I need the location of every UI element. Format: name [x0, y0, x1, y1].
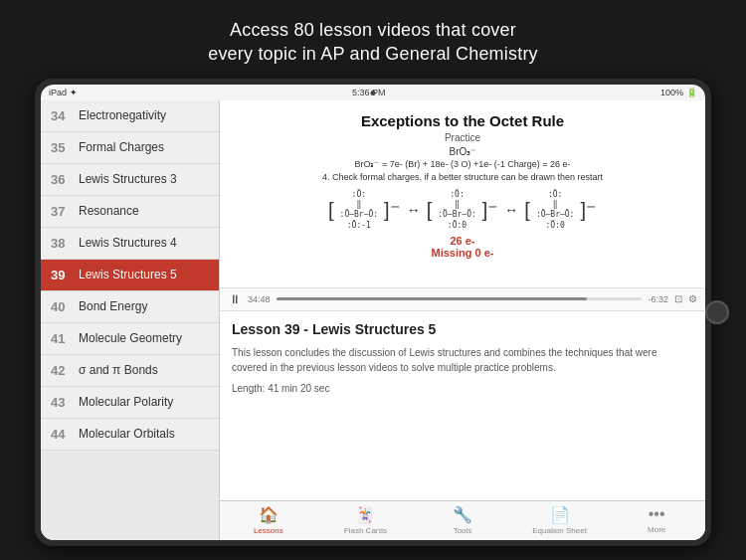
bracket-open-3: [ — [524, 200, 530, 220]
lesson-number: 39 — [51, 268, 79, 282]
lesson-info-description: This lesson concludes the discussion of … — [232, 345, 693, 375]
video-controls: ⏸ 34:48 -6:32 ⊡ ⚙ — [220, 288, 705, 311]
lesson-title: Molecule Geometry — [79, 331, 182, 345]
tab-label: Flash Cards — [344, 526, 387, 535]
lesson-number: 40 — [51, 299, 79, 314]
lesson-title: Lewis Structures 3 — [79, 172, 177, 186]
lesson-title: Formal Charges — [79, 140, 164, 154]
status-left: iPad ✦ — [49, 88, 78, 97]
play-pause-button[interactable]: ⏸ — [228, 292, 242, 306]
lesson-title: Lewis Structures 5 — [79, 268, 177, 281]
settings-icon[interactable]: ⚙ — [688, 293, 697, 304]
lesson-number: 41 — [51, 331, 79, 346]
lesson-number: 35 — [51, 140, 79, 155]
sidebar-item-lesson-36[interactable]: 36Lewis Structures 3 — [41, 164, 219, 196]
lesson-number: 38 — [51, 236, 79, 251]
bracket-open-1: [ — [328, 200, 334, 220]
video-area: Exceptions to the Octet Rule Practice Br… — [220, 100, 705, 540]
tablet-screen: iPad ✦ 5:36 PM 100% 🔋 34Electronegativit… — [41, 85, 705, 540]
lesson-number: 36 — [51, 172, 79, 187]
sidebar-item-lesson-39[interactable]: 39Lewis Structures 5 — [41, 260, 219, 291]
time-elapsed: 34:48 — [248, 294, 271, 304]
camera-dot — [371, 91, 376, 95]
sidebar-item-lesson-40[interactable]: 40Bond Energy — [41, 291, 219, 323]
lesson-title: Resonance — [79, 204, 139, 218]
tab-icon: 🃏 — [355, 505, 375, 524]
bracket-close-1: ]⁻ — [384, 200, 401, 220]
sidebar-item-lesson-44[interactable]: 44Molecular Orbitals — [41, 419, 219, 451]
device-label: iPad ✦ — [49, 88, 78, 97]
tab-lessons[interactable]: 🏠Lessons — [220, 505, 317, 535]
progress-fill — [277, 297, 588, 300]
lesson-title: Electronegativity — [79, 108, 166, 122]
tab-flash-cards[interactable]: 🃏Flash Cards — [317, 505, 415, 535]
tab-icon: 🔧 — [453, 505, 472, 524]
status-time: 5:36 PM — [352, 88, 386, 97]
lesson-title: σ and π Bonds — [79, 363, 158, 377]
tab-bar: 🏠Lessons🃏Flash Cards🔧Tools📄Equation Shee… — [220, 500, 705, 540]
tab-label: Tools — [454, 526, 472, 535]
sidebar-item-lesson-43[interactable]: 43Molecular Polarity — [41, 387, 219, 419]
bracket-close-2: ]⁻ — [482, 200, 499, 220]
tab-tools[interactable]: 🔧Tools — [414, 505, 511, 535]
tab-label: Lessons — [254, 526, 283, 535]
lesson-title: Bond Energy — [79, 299, 147, 313]
battery-label: 100% — [660, 88, 683, 97]
lesson-info-length: Length: 41 min 20 sec — [232, 383, 693, 394]
tab-more[interactable]: •••More — [608, 505, 705, 534]
main-area: 34Electronegativity35Formal Charges36Lew… — [41, 100, 705, 540]
sidebar-item-lesson-34[interactable]: 34Electronegativity — [41, 100, 219, 132]
video-formula: BrO₃⁻ — [450, 146, 476, 157]
video-equation: BrO₃⁻ = 7e- (Br) + 18e- (3 O) +1e- (-1 C… — [354, 159, 570, 169]
home-button[interactable] — [705, 300, 729, 324]
video-check-text: 4. Check formal charges, if a better str… — [322, 172, 603, 182]
chem-diagram: [ :Ö:‖:Ö—Br—Ö::Ö:-1 ]⁻ ↔ [ :Ö:‖:Ö—Br—Ö::… — [328, 190, 597, 232]
lesson-title: Molecular Orbitals — [79, 427, 175, 441]
lesson-title: Lewis Structures 4 — [79, 236, 177, 250]
electron-count: 26 e- Missing 0 e- — [432, 235, 494, 259]
lesson-title: Molecular Polarity — [79, 395, 173, 409]
lesson-number: 34 — [51, 108, 79, 123]
video-display: Exceptions to the Octet Rule Practice Br… — [220, 100, 705, 288]
sidebar-item-lesson-41[interactable]: 41Molecule Geometry — [41, 323, 219, 355]
battery-icon: 🔋 — [686, 88, 697, 97]
lesson-number: 43 — [51, 395, 79, 410]
lesson-info: Lesson 39 - Lewis Structures 5 This less… — [220, 311, 705, 500]
sidebar: 34Electronegativity35Formal Charges36Lew… — [41, 100, 220, 540]
tab-icon: ••• — [649, 505, 665, 523]
arrow-1: ↔ — [407, 202, 421, 218]
structure-3: :Ö:‖:Ö—Br—Ö::Ö:0 — [536, 190, 575, 232]
sidebar-item-lesson-38[interactable]: 38Lewis Structures 4 — [41, 228, 219, 260]
lesson-number: 42 — [51, 363, 79, 378]
sidebar-item-lesson-42[interactable]: 42σ and π Bonds — [41, 355, 219, 387]
video-lesson-title: Exceptions to the Octet Rule — [361, 112, 564, 129]
arrow-2: ↔ — [504, 202, 518, 218]
bracket-open-2: [ — [427, 200, 433, 220]
structure-1: :Ö:‖:Ö—Br—Ö::Ö:-1 — [340, 190, 379, 232]
tab-label: Equation Sheet — [532, 526, 587, 535]
status-right: 100% 🔋 — [660, 88, 697, 97]
bracket-close-3: ]⁻ — [580, 200, 597, 220]
lesson-number: 37 — [51, 204, 79, 219]
lesson-info-title: Lesson 39 - Lewis Structures 5 — [232, 321, 693, 337]
sidebar-item-lesson-37[interactable]: 37Resonance — [41, 196, 219, 228]
structure-2: :Ö:‖:Ö—Br—Ö::Ö:0 — [438, 190, 476, 232]
tab-icon: 📄 — [550, 505, 570, 524]
tablet-frame: iPad ✦ 5:36 PM 100% 🔋 34Electronegativit… — [35, 79, 711, 546]
tab-label: More — [648, 525, 665, 534]
header-text: Access 80 lesson videos that cover every… — [188, 0, 558, 79]
time-remaining: -6:32 — [648, 294, 668, 304]
progress-bar[interactable] — [277, 297, 643, 300]
lesson-number: 44 — [51, 427, 79, 442]
tab-equation-sheet[interactable]: 📄Equation Sheet — [511, 505, 609, 535]
fullscreen-icon[interactable]: ⊡ — [674, 293, 682, 304]
practice-label: Practice — [445, 132, 480, 143]
sidebar-item-lesson-35[interactable]: 35Formal Charges — [41, 132, 219, 164]
tab-icon: 🏠 — [259, 505, 279, 524]
